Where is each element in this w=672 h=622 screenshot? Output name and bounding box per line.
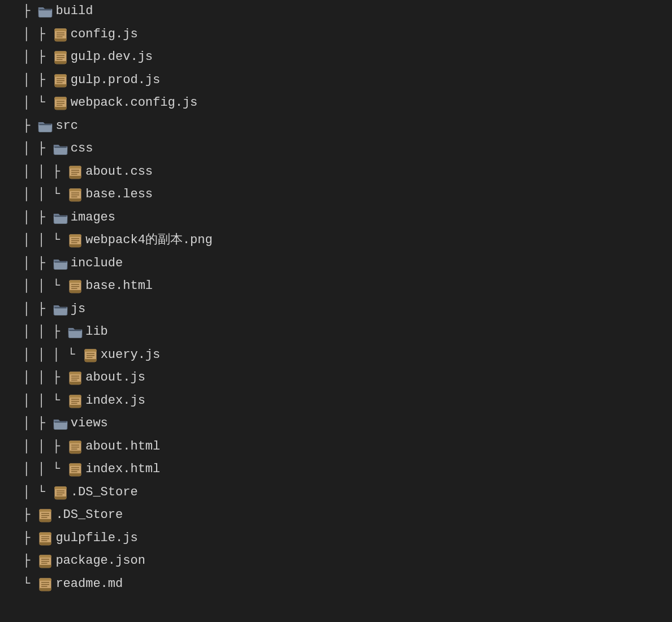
tree-branch: │ │ │ └ [23, 344, 83, 367]
file-icon [67, 393, 83, 409]
folder-icon [53, 256, 68, 271]
folder-icon [53, 416, 68, 431]
folder-icon [37, 3, 53, 19]
tree-branch: │ ├ [23, 412, 53, 435]
tree-branch: │ ├ [23, 206, 53, 230]
folder-name: lib [85, 321, 108, 344]
file-icon [67, 370, 83, 386]
tree-branch: ├ [23, 550, 37, 573]
file-name: gulpfile.js [55, 527, 137, 550]
tree-branch: │ │ ├ [23, 321, 67, 344]
file-icon [37, 576, 53, 592]
file-icon [67, 187, 83, 202]
file-icon [37, 553, 53, 569]
tree-row[interactable]: ├ build [23, 0, 649, 23]
tree-branch: │ │ ├ [23, 161, 67, 184]
file-name: webpack4的副本.png [85, 229, 212, 252]
file-icon [83, 347, 98, 363]
file-icon [53, 95, 68, 111]
folder-icon [67, 324, 83, 340]
folder-name: include [71, 252, 123, 275]
tree-row[interactable]: │ ├ js [23, 298, 649, 321]
tree-branch: └ [23, 573, 37, 596]
tree-branch: │ ├ [23, 69, 53, 92]
tree-row[interactable]: │ ├ css [23, 137, 649, 161]
tree-row[interactable]: │ ├ images [23, 206, 649, 230]
folder-name: src [55, 115, 78, 138]
file-name: base.less [85, 183, 153, 206]
file-name: xuery.js [101, 344, 161, 367]
file-name: config.js [71, 23, 138, 46]
folder-name: views [71, 412, 108, 435]
tree-branch: │ │ └ [23, 275, 67, 298]
file-tree: ├ build│ ├ config.js│ ├ gulp.dev.js│ ├ g… [0, 0, 672, 618]
tree-row[interactable]: ├ src [23, 115, 649, 138]
file-icon [67, 232, 83, 248]
tree-row[interactable]: │ ├ gulp.dev.js [23, 46, 649, 69]
folder-icon [53, 301, 68, 317]
file-name: .DS_Store [71, 481, 138, 504]
tree-branch: ├ [23, 0, 37, 23]
tree-branch: │ ├ [23, 298, 53, 321]
file-name: about.css [85, 161, 153, 184]
tree-row[interactable]: │ └ webpack.config.js [23, 92, 649, 115]
tree-row[interactable]: │ ├ include [23, 252, 649, 275]
file-icon [53, 72, 68, 88]
tree-branch: │ ├ [23, 23, 53, 46]
tree-branch: ├ [23, 504, 37, 527]
file-icon [37, 507, 53, 523]
tree-row[interactable]: │ │ └ base.less [23, 183, 649, 206]
tree-branch: │ ├ [23, 46, 53, 69]
tree-row[interactable]: │ │ └ base.html [23, 275, 649, 298]
file-name: .DS_Store [55, 504, 123, 527]
tree-row[interactable]: ├ gulpfile.js [23, 527, 649, 550]
tree-row[interactable]: │ │ ├ about.css [23, 161, 649, 184]
tree-row[interactable]: └ readme.md [23, 573, 649, 596]
file-name: about.html [85, 435, 160, 459]
folder-name: js [71, 298, 85, 321]
tree-row[interactable]: │ │ │ └ xuery.js [23, 344, 649, 367]
folder-name: css [71, 137, 93, 161]
tree-row[interactable]: │ │ ├ about.js [23, 366, 649, 390]
tree-branch: │ │ ├ [23, 435, 67, 459]
tree-row[interactable]: │ ├ config.js [23, 23, 649, 46]
folder-icon [53, 210, 68, 226]
file-icon [53, 485, 68, 500]
file-icon [67, 164, 83, 180]
tree-row[interactable]: │ ├ gulp.prod.js [23, 69, 649, 92]
file-name: webpack.config.js [71, 92, 197, 115]
folder-name: build [55, 0, 93, 23]
tree-branch: │ └ [23, 481, 53, 504]
tree-branch: │ │ └ [23, 183, 67, 206]
file-name: package.json [55, 550, 145, 573]
tree-row[interactable]: │ │ ├ about.html [23, 435, 649, 459]
file-icon [67, 439, 83, 455]
tree-branch: │ │ └ [23, 229, 67, 252]
tree-row[interactable]: │ ├ views [23, 412, 649, 435]
folder-name: images [71, 206, 115, 230]
tree-row[interactable]: │ └ .DS_Store [23, 481, 649, 504]
tree-branch: ├ [23, 527, 37, 550]
tree-branch: │ │ └ [23, 458, 67, 481]
file-icon [37, 530, 53, 546]
tree-branch: ├ [23, 115, 37, 138]
file-name: index.html [85, 458, 160, 481]
file-icon [53, 27, 68, 42]
file-name: about.js [85, 366, 145, 390]
tree-branch: │ │ ├ [23, 366, 67, 390]
tree-row[interactable]: ├ .DS_Store [23, 504, 649, 527]
file-name: index.js [85, 390, 145, 413]
file-icon [53, 49, 68, 65]
tree-row[interactable]: │ │ ├ lib [23, 321, 649, 344]
tree-branch: │ ├ [23, 252, 53, 275]
folder-icon [53, 141, 68, 157]
tree-branch: │ ├ [23, 137, 53, 161]
tree-row[interactable]: │ │ └ index.html [23, 458, 649, 481]
file-name: gulp.prod.js [71, 69, 160, 92]
tree-row[interactable]: ├ package.json [23, 550, 649, 573]
file-name: readme.md [55, 573, 123, 596]
file-icon [67, 461, 83, 477]
tree-branch: │ │ └ [23, 390, 67, 413]
tree-row[interactable]: │ │ └ webpack4的副本.png [23, 229, 649, 252]
tree-row[interactable]: │ │ └ index.js [23, 390, 649, 413]
